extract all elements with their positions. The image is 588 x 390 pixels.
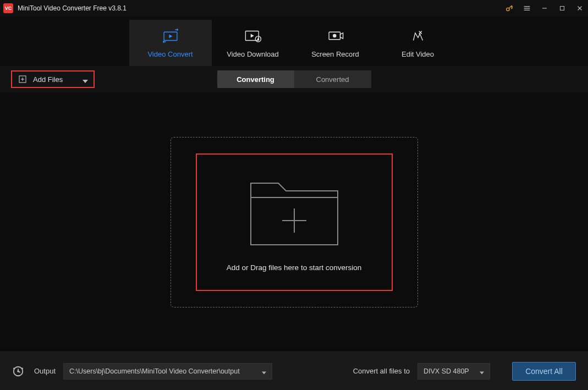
maximize-icon[interactable] — [557, 3, 567, 13]
app-logo-icon: VC — [3, 3, 13, 13]
tab-converting[interactable]: Converting — [217, 70, 294, 88]
svg-marker-11 — [250, 34, 254, 37]
nav-label: Screen Record — [311, 50, 359, 58]
minimize-icon[interactable] — [540, 3, 549, 13]
toolbar: Add Files Converting Converted — [0, 66, 588, 92]
chevron-down-icon — [262, 369, 266, 373]
nav-label: Video Convert — [147, 50, 193, 58]
app-title: MiniTool Video Converter Free v3.8.1 — [18, 4, 127, 12]
nav-edit-video[interactable]: Edit Video — [377, 20, 459, 66]
dropzone-text: Add or Drag files here to start conversi… — [227, 263, 361, 272]
svg-marker-18 — [83, 80, 88, 83]
dropzone[interactable]: Add or Drag files here to start conversi… — [196, 153, 393, 291]
convert-all-label: Convert all files to — [353, 367, 410, 375]
format-select[interactable]: DIVX SD 480P — [417, 363, 490, 380]
nav-video-download[interactable]: Video Download — [212, 20, 294, 66]
svg-point-14 — [333, 34, 336, 37]
upgrade-key-icon[interactable] — [504, 3, 514, 13]
nav-video-convert[interactable]: Video Convert — [129, 20, 212, 66]
output-path-value: C:\Users\bj\Documents\MiniTool Video Con… — [69, 367, 240, 375]
nav-label: Video Download — [227, 50, 278, 58]
output-path-select[interactable]: C:\Users\bj\Documents\MiniTool Video Con… — [63, 363, 272, 380]
format-selected-value: DIVX SD 480P — [424, 367, 469, 375]
add-files-button[interactable]: Add Files — [11, 70, 95, 88]
titlebar: VC MiniTool Video Converter Free v3.8.1 — [0, 0, 588, 17]
tab-converted[interactable]: Converted — [294, 70, 371, 88]
dropzone-outer: Add or Drag files here to start conversi… — [171, 137, 418, 307]
add-files-label: Add Files — [33, 75, 77, 84]
nav-screen-record[interactable]: Screen Record — [294, 20, 377, 66]
window-controls — [504, 3, 585, 13]
svg-marker-25 — [480, 371, 484, 374]
convert-icon — [161, 28, 180, 43]
nav-label: Edit Video — [402, 50, 434, 58]
main-nav: Video Convert Video Download Screen Reco… — [0, 17, 588, 66]
output-label: Output — [34, 367, 56, 375]
svg-marker-24 — [262, 371, 266, 374]
status-tabs: Converting Converted — [217, 70, 371, 88]
close-icon[interactable] — [575, 3, 585, 13]
menu-icon[interactable] — [522, 3, 532, 13]
svg-point-0 — [507, 8, 509, 10]
chevron-down-icon — [480, 369, 484, 373]
svg-rect-5 — [560, 7, 564, 10]
download-icon — [244, 28, 262, 43]
main-area: Add or Drag files here to start conversi… — [0, 92, 588, 351]
chevron-down-icon — [83, 76, 88, 82]
add-file-icon — [18, 74, 28, 84]
footer: Output C:\Users\bj\Documents\MiniTool Vi… — [0, 351, 588, 390]
edit-icon — [409, 28, 427, 43]
record-icon — [326, 28, 345, 43]
history-icon[interactable] — [12, 365, 24, 377]
svg-marker-9 — [169, 34, 172, 38]
folder-add-icon — [248, 172, 341, 249]
convert-all-button[interactable]: Convert All — [512, 362, 576, 381]
